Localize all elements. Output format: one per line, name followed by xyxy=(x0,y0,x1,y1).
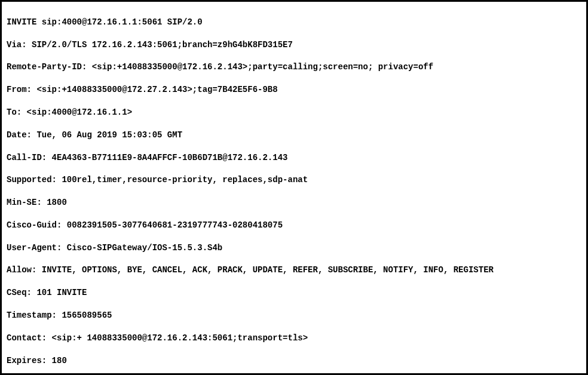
sip-line: Supported: 100rel,timer,resource-priorit… xyxy=(7,174,581,186)
sip-line: Cisco-Guid: 0082391505-3077640681-231977… xyxy=(7,220,581,231)
sip-line: INVITE sip:4000@172.16.1.1:5061 SIP/2.0 xyxy=(7,17,581,28)
sip-line: From: <sip:+14088335000@172.27.2.143>;ta… xyxy=(7,84,581,96)
sip-line: Min-SE: 1800 xyxy=(7,197,581,208)
sip-line: User-Agent: Cisco-SIPGateway/IOS-15.5.3.… xyxy=(7,242,581,254)
sip-line: Allow: INVITE, OPTIONS, BYE, CANCEL, ACK… xyxy=(7,265,581,276)
sip-line: CSeq: 101 INVITE xyxy=(7,287,581,299)
sip-line: Via: SIP/2.0/TLS 172.16.2.143:5061;branc… xyxy=(7,39,581,51)
sip-line: Remote-Party-ID: <sip:+14088335000@172.1… xyxy=(7,62,581,73)
sip-line: Date: Tue, 06 Aug 2019 15:03:05 GMT xyxy=(7,130,581,141)
sip-message-frame: INVITE sip:4000@172.16.1.1:5061 SIP/2.0 … xyxy=(0,0,588,375)
sip-line: Timestamp: 1565089565 xyxy=(7,310,581,321)
sip-line: Contact: <sip:+ 14088335000@172.16.2.143… xyxy=(7,333,581,344)
sip-line: Expires: 180 xyxy=(7,355,581,367)
sip-line: Call-ID: 4EA4363-B77111E9-8A4AFFCF-10B6D… xyxy=(7,152,581,164)
sip-line: To: <sip:4000@172.16.1.1> xyxy=(7,107,581,118)
